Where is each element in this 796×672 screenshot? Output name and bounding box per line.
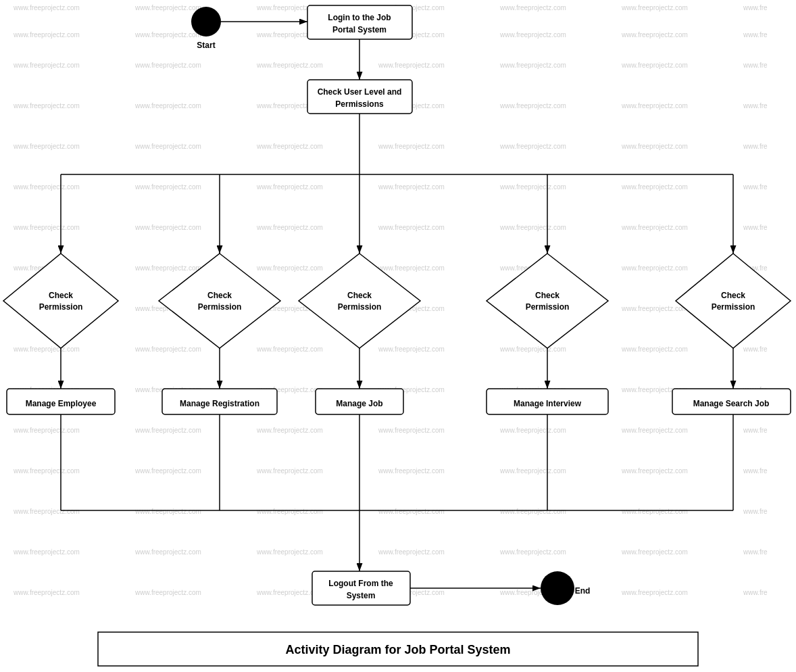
svg-text:www.fre: www.fre xyxy=(743,548,768,556)
svg-text:www.freeprojectz.com: www.freeprojectz.com xyxy=(134,31,201,39)
svg-text:www.freeprojectz.com: www.freeprojectz.com xyxy=(134,102,201,110)
svg-text:www.fre: www.fre xyxy=(743,183,768,191)
check-perm1-label1: Check xyxy=(49,291,73,300)
svg-text:www.freeprojectz.com: www.freeprojectz.com xyxy=(13,427,80,434)
svg-text:www.freeprojectz.com: www.freeprojectz.com xyxy=(621,345,688,353)
svg-text:www.freeprojectz.com: www.freeprojectz.com xyxy=(13,31,80,39)
svg-text:www.freeprojectz.com: www.freeprojectz.com xyxy=(378,345,445,353)
svg-text:www.freeprojectz.com: www.freeprojectz.com xyxy=(134,143,201,150)
svg-text:www.freeprojectz.com: www.freeprojectz.com xyxy=(13,143,80,150)
svg-text:www.freeprojectz.com: www.freeprojectz.com xyxy=(378,224,445,231)
svg-text:www.freeprojectz.com: www.freeprojectz.com xyxy=(621,548,688,556)
svg-text:www.freeprojectz.com: www.freeprojectz.com xyxy=(499,183,566,191)
svg-text:www.freeprojectz.com: www.freeprojectz.com xyxy=(256,183,323,191)
svg-text:www.freeprojectz.com: www.freeprojectz.com xyxy=(499,508,566,515)
check-perm5-label2: Permission xyxy=(712,302,755,312)
svg-text:www.freeprojectz.com: www.freeprojectz.com xyxy=(621,467,688,475)
check-perm1-node xyxy=(3,254,118,348)
check-perm2-label2: Permission xyxy=(198,302,242,312)
login-label-line1: Login to the Job xyxy=(328,13,391,22)
svg-text:www.freeprojectz.com: www.freeprojectz.com xyxy=(378,508,445,515)
svg-text:www.freeprojectz.com: www.freeprojectz.com xyxy=(256,548,323,556)
svg-text:www.fre: www.fre xyxy=(743,467,768,475)
svg-text:www.freeprojectz.com: www.freeprojectz.com xyxy=(378,143,445,150)
svg-text:www.freeprojectz.com: www.freeprojectz.com xyxy=(134,264,201,272)
svg-text:www.freeprojectz.com: www.freeprojectz.com xyxy=(256,467,323,475)
manage-registration-label: Manage Registration xyxy=(180,399,259,408)
svg-text:www.freeprojectz.com: www.freeprojectz.com xyxy=(134,548,201,556)
start-circle xyxy=(191,7,221,37)
end-circle xyxy=(541,571,574,605)
svg-text:www.freeprojectz.com: www.freeprojectz.com xyxy=(13,4,80,11)
svg-text:www.freeprojectz.com: www.freeprojectz.com xyxy=(256,224,323,231)
svg-text:www.fre: www.fre xyxy=(743,4,768,11)
svg-text:www.freeprojectz.com: www.freeprojectz.com xyxy=(134,508,201,515)
svg-text:www.freeprojectz.com: www.freeprojectz.com xyxy=(13,548,80,556)
check-perm4-label1: Check xyxy=(535,291,559,300)
svg-text:www.freeprojectz.com: www.freeprojectz.com xyxy=(621,4,688,11)
svg-text:www.freeprojectz.com: www.freeprojectz.com xyxy=(499,143,566,150)
svg-text:www.freeprojectz.com: www.freeprojectz.com xyxy=(256,264,323,272)
svg-text:www.freeprojectz.com: www.freeprojectz.com xyxy=(134,183,201,191)
svg-text:www.freeprojectz.com: www.freeprojectz.com xyxy=(256,508,323,515)
svg-text:www.freeprojectz.com: www.freeprojectz.com xyxy=(621,264,688,272)
svg-text:www.freeprojectz.com: www.freeprojectz.com xyxy=(499,224,566,231)
svg-text:www.fre: www.fre xyxy=(743,224,768,231)
logout-label-line2: System xyxy=(347,591,376,600)
svg-text:www.fre: www.fre xyxy=(743,508,768,515)
check-perm2-node xyxy=(159,254,280,348)
svg-text:www.freeprojectz.com: www.freeprojectz.com xyxy=(134,427,201,434)
svg-text:www.freeprojectz.com: www.freeprojectz.com xyxy=(499,467,566,475)
svg-text:www.freeprojectz.com: www.freeprojectz.com xyxy=(256,143,323,150)
svg-text:www.freeprojectz.com: www.freeprojectz.com xyxy=(378,183,445,191)
end-label: End xyxy=(575,586,591,596)
svg-text:www.freeprojectz.com: www.freeprojectz.com xyxy=(621,305,688,312)
svg-text:www.freeprojectz.com: www.freeprojectz.com xyxy=(621,427,688,434)
logout-label-line1: Logout From the xyxy=(328,579,393,588)
svg-text:www.freeprojectz.com: www.freeprojectz.com xyxy=(378,548,445,556)
check-perm3-label1: Check xyxy=(347,291,372,300)
svg-text:www.fre: www.fre xyxy=(743,102,768,110)
svg-text:www.freeprojectz.com: www.freeprojectz.com xyxy=(621,143,688,150)
svg-text:www.fre: www.fre xyxy=(743,143,768,150)
diagram-container: www.freeprojectz.com www.freeprojectz.co… xyxy=(0,0,796,672)
svg-text:www.freeprojectz.com: www.freeprojectz.com xyxy=(621,589,688,596)
svg-text:www.freeprojectz.com: www.freeprojectz.com xyxy=(621,31,688,39)
svg-text:www.freeprojectz.com: www.freeprojectz.com xyxy=(134,589,201,596)
svg-text:www.freeprojectz.com: www.freeprojectz.com xyxy=(256,427,323,434)
svg-text:www.freeprojectz.com: www.freeprojectz.com xyxy=(134,224,201,231)
svg-text:www.freeprojectz.com: www.freeprojectz.com xyxy=(134,62,201,69)
manage-interview-label: Manage Interview xyxy=(514,399,582,408)
svg-text:www.freeprojectz.com: www.freeprojectz.com xyxy=(499,62,566,69)
svg-text:www.freeprojectz.com: www.freeprojectz.com xyxy=(499,102,566,110)
login-label-line2: Portal System xyxy=(332,25,387,34)
svg-text:www.freeprojectz.com: www.freeprojectz.com xyxy=(13,467,80,475)
svg-text:www.freeprojectz.com: www.freeprojectz.com xyxy=(13,183,80,191)
svg-text:www.fre: www.fre xyxy=(743,345,768,353)
svg-text:www.freeprojectz.com: www.freeprojectz.com xyxy=(378,62,445,69)
svg-text:www.freeprojectz.com: www.freeprojectz.com xyxy=(378,264,445,272)
check-perm5-label1: Check xyxy=(721,291,745,300)
manage-search-job-label: Manage Search Job xyxy=(693,399,770,408)
check-perm5-node xyxy=(676,254,791,348)
svg-text:www.fre: www.fre xyxy=(743,589,768,596)
svg-text:www.freeprojectz.com: www.freeprojectz.com xyxy=(499,4,566,11)
svg-text:www.freeprojectz.com: www.freeprojectz.com xyxy=(134,345,201,353)
svg-text:www.freeprojectz.com: www.freeprojectz.com xyxy=(134,467,201,475)
svg-text:www.freeprojectz.com: www.freeprojectz.com xyxy=(13,508,80,515)
svg-text:www.freeprojectz.com: www.freeprojectz.com xyxy=(13,589,80,596)
svg-text:www.fre: www.fre xyxy=(743,31,768,39)
check-perm3-node xyxy=(299,254,420,348)
svg-text:www.freeprojectz.com: www.freeprojectz.com xyxy=(499,548,566,556)
check-perm4-label2: Permission xyxy=(526,302,570,312)
manage-job-label: Manage Job xyxy=(336,399,382,408)
svg-text:www.freeprojectz.com: www.freeprojectz.com xyxy=(13,62,80,69)
svg-text:www.freeprojectz.com: www.freeprojectz.com xyxy=(256,62,323,69)
svg-text:www.freeprojectz.com: www.freeprojectz.com xyxy=(378,467,445,475)
svg-text:www.freeprojectz.com: www.freeprojectz.com xyxy=(621,183,688,191)
check-perm3-label2: Permission xyxy=(338,302,382,312)
svg-text:www.freeprojectz.com: www.freeprojectz.com xyxy=(621,102,688,110)
check-perm2-label1: Check xyxy=(207,291,232,300)
svg-text:www.freeprojectz.com: www.freeprojectz.com xyxy=(134,4,201,11)
svg-text:www.freeprojectz.com: www.freeprojectz.com xyxy=(13,102,80,110)
